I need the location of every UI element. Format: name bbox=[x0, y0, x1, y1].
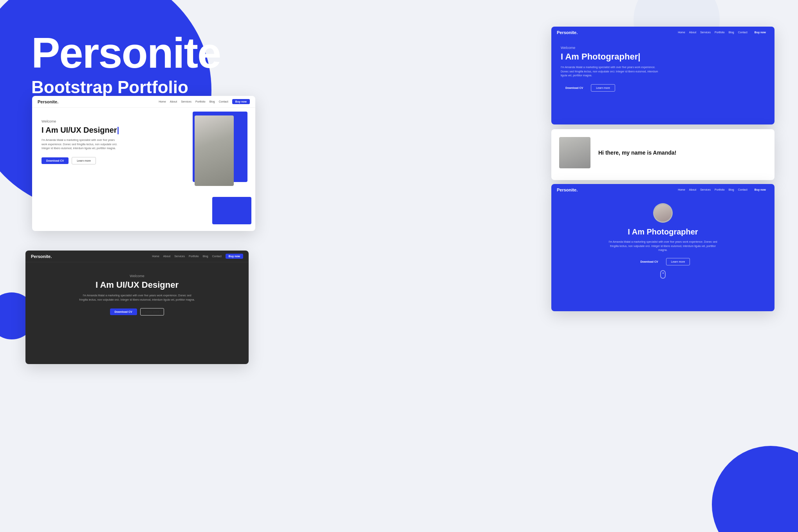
preview-card-about: Hi there, my name is Amanda! bbox=[551, 129, 775, 180]
scroll-indicator bbox=[660, 270, 666, 279]
card5-nav-services[interactable]: Services bbox=[700, 188, 711, 191]
card2-content: Welcome I Am UI/UX Designer I'm Amanda M… bbox=[25, 262, 249, 327]
card2-buy-btn[interactable]: Buy now bbox=[226, 254, 243, 259]
card1-nav-about[interactable]: About bbox=[170, 100, 177, 103]
main-subtitle: Bootstrap Portfolio bbox=[31, 78, 220, 97]
card2-brand: Personite. bbox=[31, 254, 52, 259]
card5-circular-photo bbox=[653, 203, 673, 223]
card1-content: Welcome I Am UI/UX Designer| I'm Amanda … bbox=[32, 108, 255, 230]
card5-nav-links: Home About Services Portfolio Blog Conta… bbox=[678, 187, 769, 192]
card5-buttons: Download CV Learn more bbox=[561, 258, 765, 265]
card2-welcome: Welcome bbox=[35, 274, 239, 278]
card5-learn-btn[interactable]: Learn more bbox=[666, 258, 690, 265]
card5-buy-btn[interactable]: Buy now bbox=[751, 187, 769, 192]
card3-download-btn[interactable]: Download CV bbox=[561, 85, 588, 91]
main-title: Personite bbox=[31, 31, 220, 74]
card1-buttons: Download CV Learn more bbox=[42, 157, 146, 164]
about-text: Hi there, my name is Amanda! bbox=[598, 150, 676, 156]
card3-brand: Personite. bbox=[557, 30, 578, 35]
card1-nav-blog[interactable]: Blog bbox=[209, 100, 215, 103]
card1-description: I'm Amanda Malat a marketing specialist … bbox=[42, 138, 120, 151]
card2-nav-portfolio[interactable]: Portfolio bbox=[189, 255, 199, 258]
hero-title: Personite Bootstrap Portfolio bbox=[31, 31, 220, 97]
about-photo-placeholder bbox=[559, 137, 590, 168]
card2-buttons: Download CV Learn more bbox=[35, 308, 239, 316]
card1-download-btn[interactable]: Download CV bbox=[42, 157, 69, 164]
card1-image-area bbox=[155, 108, 256, 230]
card5-nav-home[interactable]: Home bbox=[678, 188, 685, 191]
card3-description: I'm Amanda Malat a marketing specialist … bbox=[561, 65, 659, 78]
card3-content: Welcome I Am Photographer| I'm Amanda Ma… bbox=[551, 38, 775, 99]
card3-buttons: Download CV Learn more bbox=[561, 84, 765, 92]
card2-learn-btn[interactable]: Learn more bbox=[140, 308, 164, 316]
preview-card-blue-hero: Personite. Home About Services Portfolio… bbox=[551, 27, 775, 124]
card5-headline: I Am Photographer bbox=[561, 227, 765, 236]
card3-navbar: Personite. Home About Services Portfolio… bbox=[551, 27, 775, 38]
card5-nav-blog[interactable]: Blog bbox=[729, 188, 734, 191]
card2-nav-blog[interactable]: Blog bbox=[203, 255, 208, 258]
person-photo-card1 bbox=[195, 115, 234, 186]
card4-content: Hi there, my name is Amanda! bbox=[551, 129, 775, 176]
card5-download-btn[interactable]: Download CV bbox=[636, 258, 663, 265]
card3-nav-home[interactable]: Home bbox=[678, 31, 685, 34]
card1-nav-services[interactable]: Services bbox=[181, 100, 191, 103]
card2-nav-about[interactable]: About bbox=[163, 255, 170, 258]
circular-photo-placeholder bbox=[654, 204, 672, 222]
preview-card-blue-photo: Personite. Home About Services Portfolio… bbox=[551, 184, 775, 311]
card3-nav-links: Home About Services Portfolio Blog Conta… bbox=[678, 30, 769, 35]
card5-nav-about[interactable]: About bbox=[689, 188, 696, 191]
card1-brand: Personite. bbox=[38, 99, 58, 104]
card1-learn-btn[interactable]: Learn more bbox=[72, 157, 96, 164]
card2-nav-services[interactable]: Services bbox=[174, 255, 185, 258]
card3-nav-blog[interactable]: Blog bbox=[729, 31, 734, 34]
card5-navbar: Personite. Home About Services Portfolio… bbox=[551, 184, 775, 195]
card2-nav-home[interactable]: Home bbox=[152, 255, 159, 258]
card5-description: I'm Amanda Malat a marketing specialist … bbox=[608, 240, 718, 252]
card1-nav-links: Home About Services Portfolio Blog Conta… bbox=[159, 99, 250, 104]
card5-brand: Personite. bbox=[557, 188, 578, 192]
card5-nav-portfolio[interactable]: Portfolio bbox=[715, 188, 725, 191]
card3-nav-contact[interactable]: Contact bbox=[738, 31, 747, 34]
card1-nav-home[interactable]: Home bbox=[159, 100, 166, 103]
card2-download-btn[interactable]: Download CV bbox=[110, 308, 137, 315]
card1-welcome: Welcome bbox=[42, 119, 146, 123]
preview-card-white: Personite. Home About Services Portfolio… bbox=[32, 96, 255, 231]
card3-learn-btn[interactable]: Learn more bbox=[591, 84, 615, 92]
card1-buy-btn[interactable]: Buy now bbox=[232, 99, 250, 104]
card3-nav-services[interactable]: Services bbox=[700, 31, 711, 34]
preview-card-dark: Personite. Home About Services Portfolio… bbox=[25, 251, 249, 364]
about-photo bbox=[559, 137, 590, 168]
card1-nav-contact[interactable]: Contact bbox=[219, 100, 228, 103]
card3-nav-about[interactable]: About bbox=[689, 31, 696, 34]
card1-text: Welcome I Am UI/UX Designer| I'm Amanda … bbox=[32, 108, 155, 230]
card1-nav-portfolio[interactable]: Portfolio bbox=[195, 100, 206, 103]
card5-content: I Am Photographer I'm Amanda Malat a mar… bbox=[551, 195, 775, 287]
card3-headline: I Am Photographer| bbox=[561, 52, 765, 61]
card2-description: I'm Amanda Malat a marketing specialist … bbox=[78, 294, 196, 302]
card1-headline: I Am UI/UX Designer| bbox=[42, 126, 146, 134]
card3-buy-btn[interactable]: Buy now bbox=[751, 30, 769, 35]
card2-navbar: Personite. Home About Services Portfolio… bbox=[25, 251, 249, 262]
about-greeting: Hi there, my name is Amanda! bbox=[598, 150, 676, 156]
person-silhouette bbox=[195, 115, 234, 186]
blob-bottom-right bbox=[712, 446, 798, 532]
card5-nav-contact[interactable]: Contact bbox=[738, 188, 747, 191]
card1-navbar: Personite. Home About Services Portfolio… bbox=[32, 96, 255, 108]
card3-welcome: Welcome bbox=[561, 46, 765, 50]
blue-rect-front bbox=[212, 197, 251, 224]
card3-nav-portfolio[interactable]: Portfolio bbox=[715, 31, 725, 34]
card2-nav-links: Home About Services Portfolio Blog Conta… bbox=[152, 254, 243, 259]
card2-nav-contact[interactable]: Contact bbox=[212, 255, 222, 258]
card2-headline: I Am UI/UX Designer bbox=[35, 280, 239, 290]
scroll-dot bbox=[663, 272, 664, 274]
